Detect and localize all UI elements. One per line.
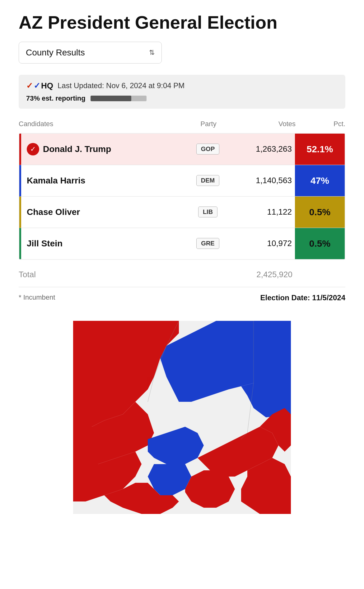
total-votes: 2,425,920 xyxy=(233,270,296,279)
ddhq-logo: ✓✓HQ xyxy=(26,81,53,91)
candidate-name-cell-oliver: Chase Oliver xyxy=(21,200,183,224)
check-blue-icon: ✓ xyxy=(34,81,40,91)
candidates-table: ✓ Donald J. Trump GOP 1,263,263 52.1% Ka… xyxy=(19,133,345,260)
candidate-name-cell-stein: Jill Stein xyxy=(21,232,183,255)
incumbent-note: * Incumbent xyxy=(19,293,55,302)
view-selector-dropdown[interactable]: County Results ⇅ xyxy=(19,42,162,64)
candidate-name-stein: Jill Stein xyxy=(27,239,63,249)
votes-cell-harris: 1,140,563 xyxy=(233,169,295,192)
total-label: Total xyxy=(19,270,233,279)
header-pct: Pct. xyxy=(296,120,345,128)
party-badge-oliver: LIB xyxy=(198,207,217,217)
candidate-row-harris: Kamala Harris DEM 1,140,563 47% xyxy=(19,165,345,197)
header-candidates: Candidates xyxy=(19,120,184,128)
votes-cell-trump: 1,263,263 xyxy=(233,137,295,161)
county-map xyxy=(19,321,345,514)
check-red-icon: ✓ xyxy=(26,81,33,91)
header-party: Party xyxy=(184,120,233,128)
reporting-label: 73% est. reporting xyxy=(26,94,86,102)
candidate-name-cell-trump: ✓ Donald J. Trump xyxy=(21,136,183,162)
party-cell-oliver: LIB xyxy=(183,200,233,224)
candidate-row-trump: ✓ Donald J. Trump GOP 1,263,263 52.1% xyxy=(19,134,345,165)
candidate-row-oliver: Chase Oliver LIB 11,122 0.5% xyxy=(19,197,345,228)
pct-cell-trump: 52.1% xyxy=(295,134,345,165)
candidate-row-stein: Jill Stein GRE 10,972 0.5% xyxy=(19,228,345,259)
candidate-name-oliver: Chase Oliver xyxy=(27,207,80,217)
last-updated-text: Last Updated: Nov 6, 2024 at 9:04 PM xyxy=(58,81,184,90)
winner-check-icon: ✓ xyxy=(27,143,39,155)
party-badge-stein: GRE xyxy=(196,238,219,249)
candidate-name-harris: Kamala Harris xyxy=(27,176,85,186)
total-row: Total 2,425,920 xyxy=(19,262,345,287)
party-cell-stein: GRE xyxy=(183,231,233,256)
pct-cell-stein: 0.5% xyxy=(295,228,345,259)
pct-cell-harris: 47% xyxy=(295,165,345,196)
table-header-row: Candidates Party Votes Pct. xyxy=(19,120,345,131)
votes-cell-stein: 10,972 xyxy=(233,232,295,255)
party-cell-trump: GOP xyxy=(183,137,233,161)
chevron-updown-icon: ⇅ xyxy=(149,49,155,57)
candidate-name-trump: Donald J. Trump xyxy=(43,144,111,154)
pct-cell-oliver: 0.5% xyxy=(295,197,345,228)
party-cell-harris: DEM xyxy=(183,168,233,193)
dropdown-label: County Results xyxy=(26,48,85,58)
ddhq-text: HQ xyxy=(41,81,53,91)
svg-marker-9 xyxy=(185,470,235,508)
candidate-name-cell-harris: Kamala Harris xyxy=(21,169,183,192)
reporting-progress-fill xyxy=(91,96,131,101)
party-badge-trump: GOP xyxy=(196,144,219,154)
info-bar: ✓✓HQ Last Updated: Nov 6, 2024 at 9:04 P… xyxy=(19,75,345,109)
election-date: Election Date: 11/5/2024 xyxy=(260,293,345,302)
page-title: AZ President General Election xyxy=(19,12,345,32)
map-svg xyxy=(19,321,345,514)
header-votes: Votes xyxy=(233,120,296,128)
reporting-progress-bar xyxy=(91,96,147,101)
footer-row: * Incumbent Election Date: 11/5/2024 xyxy=(19,287,345,308)
party-badge-harris: DEM xyxy=(196,175,219,186)
votes-cell-oliver: 11,122 xyxy=(233,200,295,224)
